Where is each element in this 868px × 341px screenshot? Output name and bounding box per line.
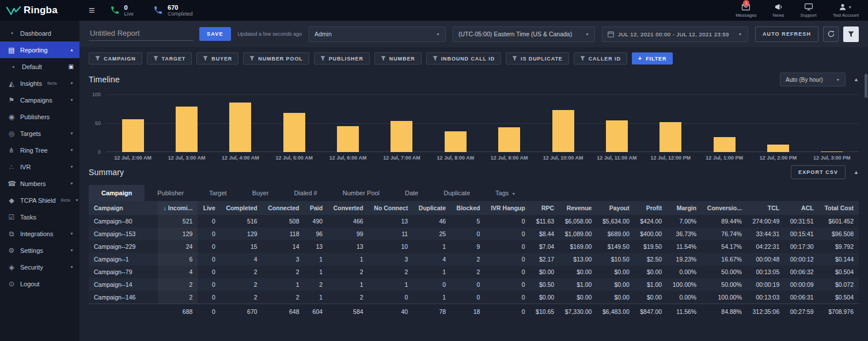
column-header-paid[interactable]: Paid xyxy=(305,201,328,215)
tab-number-pool[interactable]: Number Pool xyxy=(330,185,392,201)
sidebar-item-targets[interactable]: ◎Targets▼ xyxy=(0,125,79,142)
campaign-name-cell[interactable]: Campaign--229 xyxy=(89,240,158,253)
sidebar-item-default[interactable]: ●Default▣ xyxy=(0,58,79,75)
tab-buyer[interactable]: Buyer xyxy=(240,185,282,201)
sidebar-item-integrations[interactable]: ⧉Integrations▼ xyxy=(0,225,79,242)
sidebar-item-tcpa-shield[interactable]: ◆TCPA ShieldBeta▼ xyxy=(0,192,79,209)
timeline-bar[interactable] xyxy=(767,145,789,152)
table-row[interactable]: Campaign--805210516508490466134650$11.63… xyxy=(89,215,859,228)
add-filter-button[interactable]: +FILTER xyxy=(632,52,673,65)
column-header-margin[interactable]: Margin xyxy=(667,201,702,215)
auto-refresh-button[interactable]: AUTO REFRESH xyxy=(755,26,818,42)
filter-chip-caller-id[interactable]: CALLER ID xyxy=(574,52,627,65)
timeline-bar[interactable] xyxy=(445,131,467,152)
tab-duplicate[interactable]: Duplicate xyxy=(431,185,483,201)
timeline-bar[interactable] xyxy=(176,107,198,152)
column-header-rpc[interactable]: RPC xyxy=(530,201,560,215)
table-row[interactable]: Campaign--142021211000$0.50$1.00$0.00$1.… xyxy=(89,278,859,291)
campaign-name-cell[interactable]: Campaign--79 xyxy=(89,266,158,278)
column-header-campaign[interactable]: Campaign xyxy=(89,201,158,215)
table-row[interactable]: Campaign--16043113420$2.17$13.00$10.50$2… xyxy=(89,253,859,266)
sidebar-item-insights[interactable]: ◭InsightsBeta▼ xyxy=(0,75,79,92)
table-row[interactable]: Campaign--2292401514131310190$7.04$169.0… xyxy=(89,240,859,253)
filter-chip-is-duplicate[interactable]: IS DUPLICATE xyxy=(506,52,569,65)
tab-publisher[interactable]: Publisher xyxy=(145,185,196,201)
sidebar-item-reporting[interactable]: ▤Reporting▲ xyxy=(0,41,79,58)
timeline-bar[interactable] xyxy=(229,103,251,152)
column-header-acl[interactable]: ACL xyxy=(784,201,818,215)
table-row[interactable]: Campaign--1462022120100$0.00$0.00$0.00$0… xyxy=(89,291,859,304)
scrollbar[interactable] xyxy=(865,74,867,98)
timeline-bar[interactable] xyxy=(659,122,681,152)
column-header-ivr-hangup[interactable]: IVR Hangup xyxy=(485,201,530,215)
column-header-incomi[interactable]: ↓ Incomi... xyxy=(158,201,198,215)
timeline-bar[interactable] xyxy=(821,151,843,152)
date-range-picker[interactable]: JUL 12, 2021 00:00 - JUL 12, 2021 23:59 … xyxy=(602,26,748,42)
timeline-bar[interactable] xyxy=(122,119,144,152)
timeline-bar[interactable] xyxy=(391,121,412,152)
timeline-bar[interactable] xyxy=(498,127,520,152)
filter-panel-button[interactable] xyxy=(843,26,859,42)
sidebar-item-numbers[interactable]: ☎Numbers▼ xyxy=(0,175,79,192)
live-calls-stat[interactable]: 0 Live xyxy=(110,4,134,17)
campaign-name-cell[interactable]: Campaign--14 xyxy=(89,278,158,291)
column-header-completed[interactable]: Completed xyxy=(221,201,263,215)
column-header-total-cost[interactable]: Total Cost xyxy=(819,201,859,215)
completed-calls-stat[interactable]: 670 Completed xyxy=(153,4,193,17)
report-name-input[interactable] xyxy=(89,27,194,41)
timeline-bar[interactable] xyxy=(283,113,305,152)
nav-account[interactable]: ▼Test Account xyxy=(833,3,859,18)
column-header-converted[interactable]: Converted xyxy=(328,201,369,215)
refresh-button[interactable] xyxy=(823,26,839,42)
tab-campaign[interactable]: Campaign xyxy=(89,185,145,201)
column-header-tcl[interactable]: TCL xyxy=(747,201,784,215)
sidebar-item-publishers[interactable]: ◉Publishers xyxy=(0,108,79,125)
save-button[interactable]: SAVE xyxy=(199,27,231,41)
timeline-bar[interactable] xyxy=(552,110,574,152)
timeline-bar[interactable] xyxy=(606,120,628,152)
timeline-bar[interactable] xyxy=(714,137,736,152)
filter-chip-number[interactable]: NUMBER xyxy=(374,52,422,65)
export-csv-button[interactable]: EXPORT CSV xyxy=(791,165,846,179)
hamburger-menu-icon[interactable]: ≡ xyxy=(89,5,95,16)
sidebar-item-ring-tree[interactable]: ⋔Ring Tree▼ xyxy=(0,142,79,158)
filter-chip-buyer[interactable]: BUYER xyxy=(196,52,238,65)
summary-collapse-icon[interactable]: ▲ xyxy=(854,169,859,175)
timezone-select[interactable]: (UTC-05:00) Eastern Time (US & Canada) ▼ xyxy=(453,26,595,42)
tab-dialed[interactable]: Dialed # xyxy=(281,185,329,201)
campaign-name-cell[interactable]: Campaign--80 xyxy=(89,215,158,228)
timeline-collapse-icon[interactable]: ▲ xyxy=(854,77,859,82)
logo[interactable]: Ringba xyxy=(0,5,79,16)
sidebar-item-ivr[interactable]: ∴IVR▼ xyxy=(0,158,79,175)
column-header-live[interactable]: Live xyxy=(198,201,220,215)
filter-chip-number-pool[interactable]: NUMBER POOL xyxy=(243,52,309,65)
nav-support[interactable]: Support xyxy=(801,3,817,18)
user-select[interactable]: Admin ▼ xyxy=(309,26,446,42)
tab-tags[interactable]: Tags▼ xyxy=(483,185,528,201)
column-header-revenue[interactable]: Revenue xyxy=(559,201,597,215)
sidebar-item-security[interactable]: ◈Security▼ xyxy=(0,259,79,275)
sidebar-item-campaigns[interactable]: ⚑Campaigns▼ xyxy=(0,92,79,108)
campaign-name-cell[interactable]: Campaign--1 xyxy=(89,253,158,266)
filter-chip-target[interactable]: TARGET xyxy=(147,52,192,65)
table-row[interactable]: Campaign--794022122120$0.00$0.00$0.00$0.… xyxy=(89,266,859,278)
column-header-payout[interactable]: Payout xyxy=(597,201,634,215)
table-row[interactable]: Campaign--15312901291189699112500$8.44$1… xyxy=(89,228,859,240)
filter-chip-inbound-call-id[interactable]: INBOUND CALL ID xyxy=(426,52,501,65)
column-header-profit[interactable]: Profit xyxy=(635,201,667,215)
column-header-duplicate[interactable]: Duplicate xyxy=(413,201,451,215)
tab-target[interactable]: Target xyxy=(196,185,240,201)
sidebar-item-tasks[interactable]: ☑Tasks xyxy=(0,209,79,225)
sidebar-item-dashboard[interactable]: ◔Dashboard xyxy=(0,25,79,41)
column-header-connected[interactable]: Connected xyxy=(263,201,305,215)
timeline-bar[interactable] xyxy=(337,126,359,152)
tab-date[interactable]: Date xyxy=(392,185,431,201)
campaign-name-cell[interactable]: Campaign--153 xyxy=(89,228,158,240)
campaign-name-cell[interactable]: Campaign--146 xyxy=(89,291,158,304)
filter-chip-campaign[interactable]: CAMPAIGN xyxy=(89,52,142,65)
grouping-select[interactable]: Auto (By hour) ▼ xyxy=(780,73,846,86)
column-header-blocked[interactable]: Blocked xyxy=(451,201,485,215)
filter-chip-publisher[interactable]: PUBLISHER xyxy=(314,52,370,65)
column-header-no-connect[interactable]: No Connect xyxy=(369,201,414,215)
column-header-conversio[interactable]: Conversio... xyxy=(702,201,747,215)
